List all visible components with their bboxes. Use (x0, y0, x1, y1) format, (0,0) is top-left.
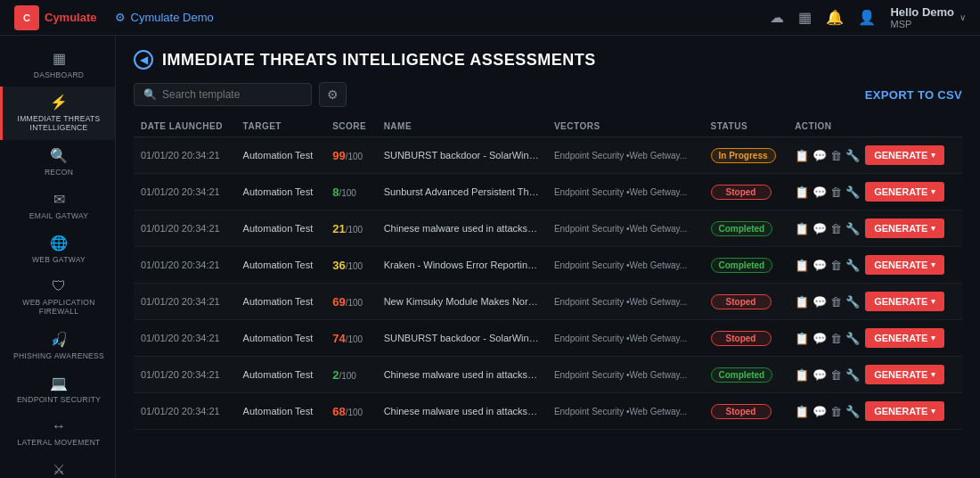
cell-status: Completed (704, 210, 788, 247)
cell-action: 📋 💬 🗑 🔧 GENERATE ▾ (788, 210, 962, 247)
copy-icon[interactable]: 📋 (795, 332, 809, 345)
sidebar-item-email-gateway[interactable]: ✉ EMAIL GATWAY (0, 184, 115, 227)
sidebar-item-recon[interactable]: 🔍 RECON (0, 140, 115, 184)
sidebar-item-phishing[interactable]: 🎣 PHISHING AWARENESS (0, 324, 115, 367)
sidebar-item-lateral[interactable]: ↔ LATERAL MOVEMENT (0, 411, 115, 454)
chat-icon[interactable]: 💬 (813, 149, 827, 162)
chat-icon[interactable]: 💬 (813, 259, 827, 272)
cell-action: 📋 💬 🗑 🔧 GENERATE ▾ (788, 320, 962, 357)
table-row: 01/01/20 20:34:21 Automation Test 21/100… (134, 210, 962, 247)
chat-icon[interactable]: 💬 (813, 368, 827, 382)
cell-vectors: Endpoint Security •Web Getway... (547, 320, 704, 357)
score-denom: /100 (346, 261, 363, 271)
sidebar-label-waf: WEB APPLICATION FIREWALL (8, 298, 110, 316)
delete-icon[interactable]: 🗑 (830, 295, 842, 309)
sidebar-label-email: EMAIL GATWAY (29, 211, 88, 220)
cell-name: New Kimsuky Module Makes North Korean (377, 284, 547, 320)
delete-icon[interactable]: 🗑 (830, 368, 842, 382)
sidebar-item-dashboard[interactable]: ▦ DASHBOARD (0, 43, 115, 87)
delete-icon[interactable]: 🗑 (830, 185, 842, 199)
search-input[interactable] (162, 88, 302, 101)
user-icon[interactable]: 👤 (858, 9, 876, 26)
status-badge: Completed (711, 221, 773, 236)
cell-status: Stoped (704, 320, 788, 357)
logo[interactable]: C Cymulate (14, 5, 97, 30)
chat-icon[interactable]: 💬 (813, 222, 827, 235)
sidebar-item-purple-team[interactable]: ⚔ PURPLE TEAM (0, 454, 115, 478)
generate-button[interactable]: GENERATE ▾ (865, 255, 944, 275)
logo-icon: C (14, 5, 39, 30)
cell-status: In Progress (704, 137, 788, 174)
filter-button[interactable]: ⚙ (319, 82, 347, 107)
settings-icon[interactable]: 🔧 (845, 295, 860, 309)
status-badge: Completed (711, 367, 773, 383)
delete-icon[interactable]: 🗑 (830, 405, 842, 418)
settings-icon[interactable]: 🔧 (845, 332, 860, 345)
cell-score: 68/100 (325, 393, 376, 430)
settings-icon[interactable]: 🔧 (845, 259, 860, 272)
chat-icon[interactable]: 💬 (813, 405, 827, 418)
delete-icon[interactable]: 🗑 (830, 149, 842, 162)
copy-icon[interactable]: 📋 (795, 185, 809, 199)
generate-chevron-icon: ▾ (931, 151, 935, 160)
settings-icon[interactable]: 🔧 (845, 368, 860, 382)
delete-icon[interactable]: 🗑 (830, 259, 842, 272)
export-button[interactable]: EXPORT TO CSV (865, 88, 962, 102)
recon-icon: 🔍 (50, 147, 68, 164)
assessments-table-container: DATE LAUNCHED TARGET SCORE NAME VECTORS … (134, 116, 962, 478)
cell-score: 8/100 (325, 174, 376, 210)
settings-icon[interactable]: 🔧 (845, 222, 860, 235)
generate-button[interactable]: GENERATE ▾ (865, 292, 944, 311)
cell-target: Automation Test (236, 357, 326, 393)
cell-name: SUNBURST backdoor - SolarWinds supply ch… (377, 137, 547, 174)
endpoint-icon: 💻 (50, 375, 68, 391)
cell-score: 99/100 (325, 137, 376, 174)
layout: ▦ DASHBOARD ⚡ IMMEDIATE THREATS INTELLIG… (0, 36, 980, 478)
generate-button[interactable]: GENERATE ▾ (865, 182, 944, 202)
cell-action: 📋 💬 🗑 🔧 GENERATE ▾ (788, 174, 962, 210)
action-icons: 📋 💬 🗑 🔧 (795, 368, 860, 382)
back-button[interactable]: ◀ (134, 50, 153, 70)
sidebar-item-web-gateway[interactable]: 🌐 WEB GATWAY (0, 227, 115, 271)
chat-icon[interactable]: 💬 (813, 295, 827, 309)
delete-icon[interactable]: 🗑 (830, 332, 842, 345)
demo-label[interactable]: ⚙ Cymulate Demo (115, 11, 214, 24)
copy-icon[interactable]: 📋 (795, 405, 809, 418)
generate-button[interactable]: GENERATE ▾ (865, 365, 944, 384)
grid-icon[interactable]: ▦ (798, 9, 812, 26)
vectors-text: Endpoint Security •Web Getway... (554, 297, 687, 307)
bell-icon[interactable]: 🔔 (826, 9, 844, 26)
copy-icon[interactable]: 📋 (795, 259, 809, 272)
sidebar-item-immediate-threats[interactable]: ⚡ IMMEDIATE THREATS INTELLIGENCE (0, 87, 115, 139)
generate-button[interactable]: GENERATE ▾ (865, 328, 944, 348)
settings-icon[interactable]: 🔧 (845, 185, 860, 199)
copy-icon[interactable]: 📋 (795, 295, 809, 309)
vectors-text: Endpoint Security •Web Getway... (554, 370, 687, 380)
cell-name: Chinese malware used in attacks against (377, 393, 547, 430)
user-menu[interactable]: Hello Demo MSP ∨ (890, 5, 966, 29)
cloud-icon[interactable]: ☁ (770, 9, 784, 26)
generate-button[interactable]: GENERATE ▾ (865, 145, 944, 165)
cell-status: Stoped (704, 284, 788, 320)
cell-score: 74/100 (325, 320, 376, 357)
search-box[interactable]: 🔍 (134, 83, 312, 106)
vectors-text: Endpoint Security •Web Getway... (554, 224, 687, 234)
chat-icon[interactable]: 💬 (813, 185, 827, 199)
table-row: 01/01/20 20:34:21 Automation Test 36/100… (134, 247, 962, 284)
chat-icon[interactable]: 💬 (813, 332, 827, 345)
delete-icon[interactable]: 🗑 (830, 222, 842, 235)
settings-icon[interactable]: 🔧 (845, 149, 860, 162)
settings-icon[interactable]: 🔧 (845, 405, 860, 418)
copy-icon[interactable]: 📋 (795, 149, 809, 162)
generate-button[interactable]: GENERATE ▾ (865, 401, 944, 421)
sidebar-item-waf[interactable]: 🛡 WEB APPLICATION FIREWALL (0, 271, 115, 323)
sidebar-item-endpoint[interactable]: 💻 ENDPOINT SECURITY (0, 367, 115, 411)
copy-icon[interactable]: 📋 (795, 222, 809, 235)
search-icon: 🔍 (143, 88, 157, 101)
cell-action: 📋 💬 🗑 🔧 GENERATE ▾ (788, 357, 962, 393)
copy-icon[interactable]: 📋 (795, 368, 809, 382)
navbar: C Cymulate ⚙ Cymulate Demo ☁ ▦ 🔔 👤 Hello… (0, 0, 980, 36)
generate-label: GENERATE (874, 333, 927, 343)
generate-chevron-icon: ▾ (931, 370, 935, 379)
generate-button[interactable]: GENERATE ▾ (865, 218, 944, 238)
